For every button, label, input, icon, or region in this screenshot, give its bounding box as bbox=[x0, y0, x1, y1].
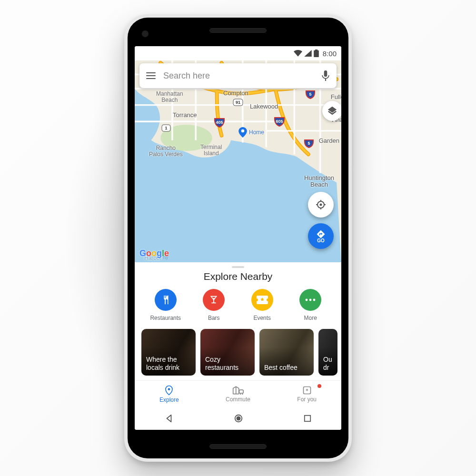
more-icon bbox=[305, 298, 316, 301]
status-clock: 8:00 bbox=[323, 50, 337, 58]
bottom-nav: Explore Commute For you bbox=[135, 380, 341, 407]
category-row: Restaurants Bars Events bbox=[135, 282, 341, 326]
menu-icon[interactable] bbox=[146, 72, 156, 79]
category-label: More bbox=[304, 315, 317, 321]
sparkle-icon bbox=[302, 386, 312, 395]
android-nav-bar bbox=[135, 407, 341, 430]
go-button[interactable]: GO bbox=[308, 223, 334, 249]
shield-ca91: 91 bbox=[233, 99, 243, 106]
notification-badge bbox=[317, 384, 321, 388]
phone-speaker bbox=[209, 28, 267, 33]
drag-handle[interactable] bbox=[232, 266, 244, 268]
tab-label: Commute bbox=[226, 396, 250, 403]
pin-icon bbox=[164, 385, 174, 396]
tab-label: For you bbox=[297, 396, 317, 403]
svg-rect-18 bbox=[239, 390, 244, 393]
recent-apps-icon[interactable] bbox=[304, 415, 311, 422]
search-input[interactable]: Search here bbox=[163, 71, 314, 81]
map-label-lakewood: Lakewood bbox=[250, 103, 278, 110]
card-best-coffee[interactable]: Best coffee bbox=[259, 329, 314, 376]
phone-camera bbox=[142, 30, 149, 37]
tab-commute[interactable]: Commute bbox=[204, 381, 273, 407]
svg-text:605: 605 bbox=[276, 119, 283, 124]
status-bar: 8:00 bbox=[135, 46, 341, 60]
svg-text:1: 1 bbox=[165, 126, 167, 130]
svg-text:5: 5 bbox=[309, 92, 311, 97]
svg-text:405: 405 bbox=[216, 120, 223, 125]
shield-i5b: 5 bbox=[304, 139, 314, 149]
card-where-locals-drink[interactable]: Where the locals drink bbox=[141, 329, 196, 376]
map[interactable]: ny ManhattanBeach Torrance Compton Lakew… bbox=[135, 60, 341, 262]
map-label-terminal-island: TerminalIsland bbox=[200, 144, 222, 157]
svg-point-15 bbox=[309, 299, 312, 301]
crosshair-icon bbox=[315, 199, 327, 210]
map-label-garden-grove: Garden ( bbox=[319, 138, 341, 144]
shield-i405: 405 bbox=[214, 118, 225, 128]
svg-point-16 bbox=[313, 299, 316, 301]
google-logo: Google bbox=[139, 248, 169, 258]
category-more[interactable]: More bbox=[291, 289, 329, 321]
explore-sheet[interactable]: Explore Nearby Restaurants Bars bbox=[135, 262, 341, 407]
map-label-torrance: Torrance bbox=[173, 112, 197, 119]
category-events[interactable]: Events bbox=[243, 289, 281, 321]
search-bar[interactable]: Search here bbox=[139, 63, 337, 88]
my-location-button[interactable] bbox=[308, 192, 334, 218]
home-pin[interactable]: Home bbox=[238, 127, 264, 138]
event-icon bbox=[257, 296, 268, 304]
svg-point-20 bbox=[242, 393, 243, 395]
map-label-rancho-pv: RanchoPalos Verdes bbox=[149, 145, 183, 158]
category-label: Events bbox=[253, 315, 271, 321]
map-label-compton: Compton bbox=[223, 90, 248, 97]
tab-label: Explore bbox=[159, 397, 179, 403]
screen: 8:00 bbox=[135, 46, 341, 430]
layers-icon bbox=[327, 106, 337, 116]
svg-point-11 bbox=[241, 129, 245, 133]
shield-i5a: 5 bbox=[305, 90, 316, 99]
wifi-icon bbox=[294, 50, 302, 57]
sheet-title: Explore Nearby bbox=[135, 271, 341, 282]
svg-text:5: 5 bbox=[307, 141, 310, 146]
phone-speaker bbox=[209, 444, 267, 449]
phone-side-button bbox=[352, 133, 354, 167]
category-label: Bars bbox=[208, 315, 220, 321]
cell-signal-icon bbox=[304, 50, 312, 57]
restaurant-icon bbox=[160, 295, 171, 305]
category-label: Restaurants bbox=[150, 315, 181, 321]
map-label-huntington-beach: HuntingtonBeach bbox=[304, 175, 334, 188]
battery-icon bbox=[314, 50, 319, 57]
card-cozy-restaurants[interactable]: Cozy restaurants bbox=[200, 329, 255, 376]
home-icon[interactable] bbox=[234, 414, 243, 423]
go-button-label: GO bbox=[317, 238, 325, 243]
svg-point-17 bbox=[168, 388, 170, 390]
directions-icon bbox=[316, 229, 326, 239]
layers-button[interactable] bbox=[322, 101, 341, 121]
svg-point-23 bbox=[236, 416, 240, 420]
suggestion-cards[interactable]: Where the locals drink Cozy restaurants … bbox=[135, 326, 341, 380]
map-label-manhattan-beach: ManhattanBeach bbox=[156, 91, 183, 103]
svg-rect-24 bbox=[304, 416, 310, 421]
home-pin-icon bbox=[238, 127, 247, 138]
tab-explore[interactable]: Explore bbox=[135, 381, 204, 407]
category-bars[interactable]: Bars bbox=[195, 289, 233, 321]
back-icon[interactable] bbox=[165, 414, 173, 423]
map-label-fullerton: Fulle bbox=[331, 94, 341, 100]
phone-side-button bbox=[352, 171, 354, 243]
commute-icon bbox=[232, 386, 244, 395]
category-restaurants[interactable]: Restaurants bbox=[147, 289, 185, 321]
card-more-partial[interactable]: Ou dr bbox=[318, 329, 337, 376]
svg-point-14 bbox=[306, 299, 308, 301]
svg-point-19 bbox=[240, 393, 241, 395]
shield-ca1: 1 bbox=[161, 124, 171, 132]
svg-point-13 bbox=[320, 204, 322, 206]
bar-icon bbox=[208, 295, 219, 305]
svg-text:91: 91 bbox=[236, 100, 240, 105]
mic-icon[interactable] bbox=[321, 70, 330, 81]
shield-i605: 605 bbox=[274, 117, 285, 127]
home-pin-label: Home bbox=[249, 129, 264, 136]
phone-frame: 8:00 bbox=[124, 14, 352, 462]
tab-for-you[interactable]: For you bbox=[272, 381, 341, 407]
